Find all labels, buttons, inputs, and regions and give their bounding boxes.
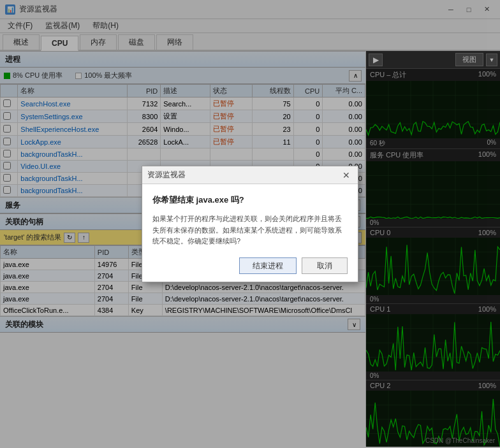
end-process-button[interactable]: 结束进程	[239, 257, 297, 274]
modal-question: 你希望结束 java.exe 吗?	[152, 194, 348, 206]
modal-content: 你希望结束 java.exe 吗? 如果某个打开的程序与此进程关联，则会关闭此程…	[142, 184, 358, 282]
cancel-button[interactable]: 取消	[302, 257, 348, 274]
modal-title: 资源监视器	[147, 170, 186, 180]
modal-title-bar: 资源监视器 ✕	[142, 166, 358, 184]
modal-dialog: 资源监视器 ✕ 你希望结束 java.exe 吗? 如果某个打开的程序与此进程关…	[142, 166, 358, 282]
modal-body-text: 如果某个打开的程序与此进程关联，则会关闭此程序并且将丢失所有未保存的数据。如果结…	[152, 213, 348, 247]
modal-overlay: 资源监视器 ✕ 你希望结束 java.exe 吗? 如果某个打开的程序与此进程关…	[0, 0, 500, 448]
modal-buttons: 结束进程 取消	[152, 257, 348, 274]
modal-close-button[interactable]: ✕	[340, 170, 353, 181]
